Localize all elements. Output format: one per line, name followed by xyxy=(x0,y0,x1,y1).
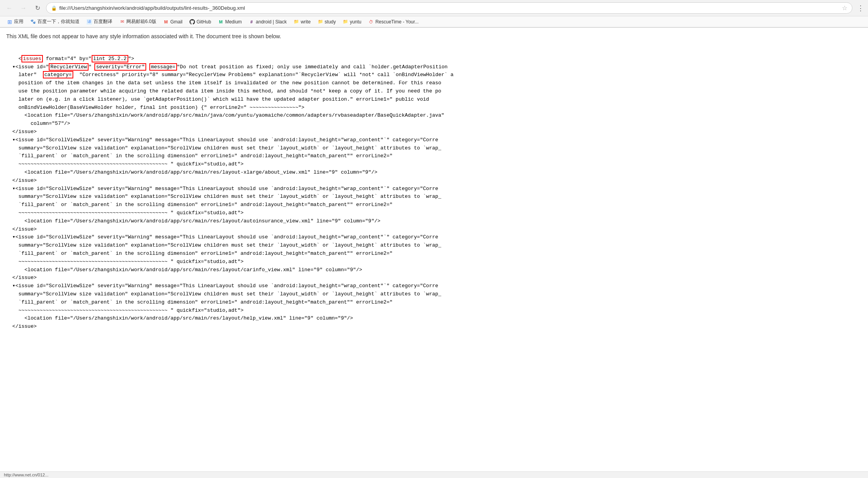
issue2-cont3: ~~~~~~~~~~~~~~~~~~~~~~~~~~~~~~~~~~~~~~~~… xyxy=(6,161,244,167)
bookmark-label: RescueTime - Your... xyxy=(376,19,419,25)
folder-study-icon: 📁 xyxy=(318,19,323,25)
menu-icon[interactable]: ⋮ xyxy=(857,4,864,12)
forward-button[interactable]: → xyxy=(18,3,29,14)
bookmark-label: yuntu xyxy=(350,19,361,25)
issue4-cont2: `fill_parent` or `match_parent` in the s… xyxy=(6,251,393,256)
folder-write-icon: 📁 xyxy=(294,19,299,25)
issue2-open: ▾<issue id="ScrollViewSize" severity="Wa… xyxy=(6,137,438,143)
bookmark-label: study xyxy=(325,19,336,25)
bookmark-study[interactable]: 📁 study xyxy=(315,18,339,25)
bookmark-github[interactable]: GitHub xyxy=(186,18,214,25)
back-button[interactable]: ← xyxy=(4,3,15,14)
issue2-cont2: `fill_parent` or `match_parent` in the s… xyxy=(6,153,393,159)
issue5-close: </issue> xyxy=(6,323,37,329)
issue1-column: column="57"/> xyxy=(6,121,70,126)
issue5-location: <location file="/Users/zhangshixin/work/… xyxy=(6,315,353,321)
bookmark-163mail[interactable]: ✉ 网易邮箱6.0版 xyxy=(116,18,159,26)
bookmark-label: Medium xyxy=(225,19,242,25)
info-message: This XML file does not appear to have an… xyxy=(6,32,862,41)
status-url: http://www.net.cn/012... xyxy=(4,473,48,477)
address-text: file:///Users/zhangshixin/work/android/a… xyxy=(59,5,836,11)
bookmark-slack[interactable]: # android | Slack xyxy=(246,18,290,25)
issue4-close: </issue> xyxy=(6,275,37,281)
github-icon xyxy=(190,19,195,25)
bookmark-label: write xyxy=(301,19,310,25)
issue4-location: <location file="/Users/zhangshixin/work/… xyxy=(6,267,362,273)
bookmark-medium[interactable]: M Medium xyxy=(215,18,245,25)
apps-icon: ⊞ xyxy=(7,19,12,25)
browser-chrome: ← → ↻ 🔒 file:///Users/zhangshixin/work/a… xyxy=(0,0,868,28)
bookmark-label: 百度翻译 xyxy=(94,18,112,25)
star-icon[interactable]: ☆ xyxy=(842,4,847,12)
address-bar[interactable]: 🔒 file:///Users/zhangshixin/work/android… xyxy=(46,2,852,14)
baidu-icon: 🐾 xyxy=(30,19,36,25)
bookmark-label: Gmail xyxy=(170,19,182,25)
bookmark-label: 应用 xyxy=(14,18,23,25)
issue1-cont4: later on (e.g. in a click listener), use… xyxy=(6,96,429,102)
issue1-cont3: use the position parameter while acquiri… xyxy=(6,88,441,94)
issue1-cont1: later" category= "Correctness" priority=… xyxy=(6,71,453,78)
issue2-location: <location file="/Users/zhangshixin/work/… xyxy=(6,169,377,175)
nav-bar: ← → ↻ 🔒 file:///Users/zhangshixin/work/a… xyxy=(0,0,868,16)
issue3-location: <location file="/Users/zhangshixin/work/… xyxy=(6,218,381,224)
issue3-open: ▾<issue id="ScrollViewSize" severity="Wa… xyxy=(6,186,438,192)
mail163-icon: ✉ xyxy=(119,19,125,25)
issue5-cont1: summary="ScrollView size validation" exp… xyxy=(6,291,441,297)
bookmark-label: GitHub xyxy=(197,19,211,25)
issue4-cont3: ~~~~~~~~~~~~~~~~~~~~~~~~~~~~~~~~~~~~~~~~… xyxy=(6,259,244,265)
xml-header-line: <issues format="4" by="lint 25.2.2"> xyxy=(18,55,134,62)
lock-icon: 🔒 xyxy=(51,5,57,11)
bookmark-label: android | Slack xyxy=(256,19,287,25)
bookmark-label: 网易邮箱6.0版 xyxy=(126,18,156,25)
bookmarks-bar: ⊞ 应用 🐾 百度一下，你就知道 译 百度翻译 ✉ 网易邮箱6.0版 M Gma… xyxy=(0,16,868,27)
bookmark-baidu[interactable]: 🐾 百度一下，你就知道 xyxy=(27,18,83,26)
medium-icon: M xyxy=(218,19,223,25)
issue3-cont2: `fill_parent` or `match_parent` in the s… xyxy=(6,202,393,208)
bookmark-apps[interactable]: ⊞ 应用 xyxy=(4,18,27,26)
gmail-icon: M xyxy=(163,19,169,25)
issue4-cont1: summary="ScrollView size validation" exp… xyxy=(6,242,441,248)
folder-yuntu-icon: 📁 xyxy=(343,19,348,25)
bookmark-write[interactable]: 📁 write xyxy=(291,18,314,25)
bookmark-yuntu[interactable]: 📁 yuntu xyxy=(340,18,364,25)
issue1-close: </issue> xyxy=(6,129,37,135)
refresh-button[interactable]: ↻ xyxy=(32,3,43,14)
rescuetime-icon: ⏱ xyxy=(368,19,374,25)
slack-icon: # xyxy=(249,19,254,25)
content-area: This XML file does not appear to have an… xyxy=(0,28,868,344)
translate-icon: 译 xyxy=(87,19,92,25)
issue5-cont3: ~~~~~~~~~~~~~~~~~~~~~~~~~~~~~~~~~~~~~~~~… xyxy=(6,307,244,313)
xml-content: <issues format="4" by="lint 25.2.2"> ▾<i… xyxy=(6,47,862,339)
issue1-open: ▾<issue id="RecyclerView" severity="Erro… xyxy=(6,63,448,71)
issue1-location: <location file="/Users/zhangshixin/work/… xyxy=(6,112,444,118)
issue1-cont5: onBindViewHolder(BaseViewHolder holder, … xyxy=(6,105,305,110)
issue3-close: </issue> xyxy=(6,226,37,232)
issue2-cont1: summary="ScrollView size validation" exp… xyxy=(6,145,441,151)
status-bar: http://www.net.cn/012... xyxy=(0,471,868,478)
bookmark-translate[interactable]: 译 百度翻译 xyxy=(83,18,115,26)
issue3-cont3: ~~~~~~~~~~~~~~~~~~~~~~~~~~~~~~~~~~~~~~~~… xyxy=(6,210,244,216)
issue5-open: ▾<issue id="ScrollViewSize" severity="Wa… xyxy=(6,283,438,289)
issue2-close: </issue> xyxy=(6,178,37,183)
issue5-cont2: `fill_parent` or `match_parent` in the s… xyxy=(6,299,393,305)
issue1-cont2: position of the item changes in the data… xyxy=(6,80,441,86)
issue4-open: ▾<issue id="ScrollViewSize" severity="Wa… xyxy=(6,234,438,240)
bookmark-gmail[interactable]: M Gmail xyxy=(160,18,186,25)
bookmark-rescuetime[interactable]: ⏱ RescueTime - Your... xyxy=(365,18,422,25)
issue3-cont1: summary="ScrollView size validation" exp… xyxy=(6,194,441,199)
bookmark-label: 百度一下，你就知道 xyxy=(37,18,80,25)
